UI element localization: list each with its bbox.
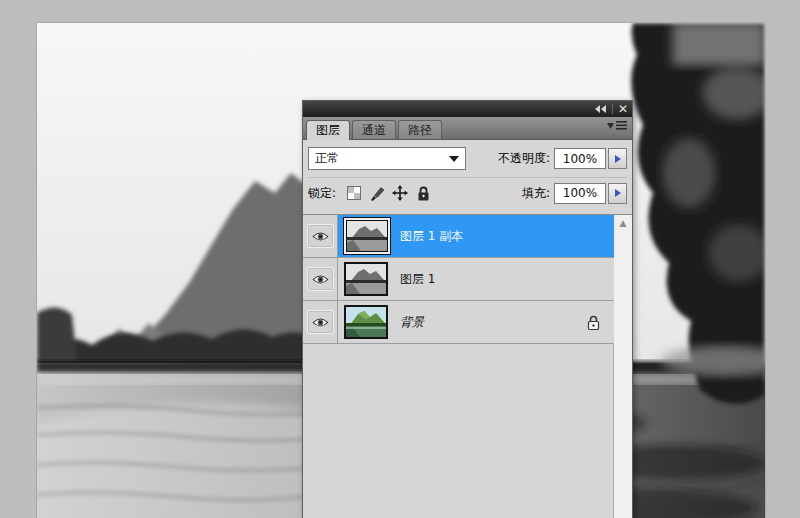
layer-thumbnail-color[interactable] (344, 305, 388, 339)
panel-controls: 正常 不透明度: 100% 锁定: (303, 140, 632, 212)
eye-icon[interactable] (307, 224, 334, 248)
tab-channels[interactable]: 通道 (352, 120, 396, 139)
opacity-slider-button[interactable] (608, 148, 627, 169)
scrollbar[interactable]: ▲ (613, 215, 632, 518)
opacity-value: 100% (563, 152, 597, 166)
layer-name: 图层 1 (400, 271, 435, 288)
blend-mode-dropdown[interactable]: 正常 (308, 147, 466, 170)
visibility-cell (303, 301, 338, 343)
layers-panel: ✕ 图层 通道 路径 正常 不透明度: 100% 锁定: (302, 100, 633, 518)
chevron-down-icon (449, 156, 459, 162)
layer-row-layer1[interactable]: 图层 1 (303, 258, 614, 301)
lock-image-pixels-icon[interactable] (369, 185, 385, 201)
lock-label: 锁定: (308, 185, 336, 202)
fill-value: 100% (563, 186, 597, 200)
tab-layers[interactable]: 图层 (306, 120, 350, 140)
fill-slider-button[interactable] (608, 183, 627, 204)
lock-position-icon[interactable] (392, 185, 408, 201)
visibility-cell (303, 215, 338, 257)
layer-lock-icon (587, 315, 600, 330)
visibility-cell (303, 258, 338, 300)
arrow-right-icon (615, 189, 621, 197)
opacity-field[interactable]: 100% (554, 148, 606, 169)
panel-menu-icon[interactable] (607, 121, 627, 130)
fill-field[interactable]: 100% (554, 183, 606, 204)
collapse-panel-icon[interactable] (595, 105, 607, 113)
layer-name: 背景 (400, 314, 424, 331)
close-icon[interactable]: ✕ (618, 104, 628, 114)
lock-transparent-pixels-icon[interactable] (346, 185, 362, 201)
layer-row-background[interactable]: 背景 (303, 301, 614, 344)
panel-tab-bar: 图层 通道 路径 (303, 117, 632, 140)
layer-thumbnail-grayscale[interactable] (346, 220, 388, 252)
blend-mode-value: 正常 (315, 150, 339, 167)
lock-icons-group (346, 185, 431, 201)
tab-paths[interactable]: 路径 (398, 120, 442, 139)
layer-row-layer1-copy[interactable]: 图层 1 副本 (303, 215, 614, 258)
lock-all-icon[interactable] (415, 185, 431, 201)
titlebar-divider (612, 104, 613, 114)
panel-title-bar: ✕ (303, 101, 632, 117)
opacity-label: 不透明度: (498, 150, 550, 167)
scroll-up-icon[interactable]: ▲ (614, 215, 632, 231)
layer-thumbnail-grayscale[interactable] (344, 262, 388, 296)
arrow-right-icon (615, 155, 621, 163)
eye-icon[interactable] (307, 267, 334, 291)
layer-name: 图层 1 副本 (400, 228, 463, 245)
fill-label: 填充: (522, 185, 550, 202)
eye-icon[interactable] (307, 310, 334, 334)
layer-list: ▲ (303, 214, 632, 518)
